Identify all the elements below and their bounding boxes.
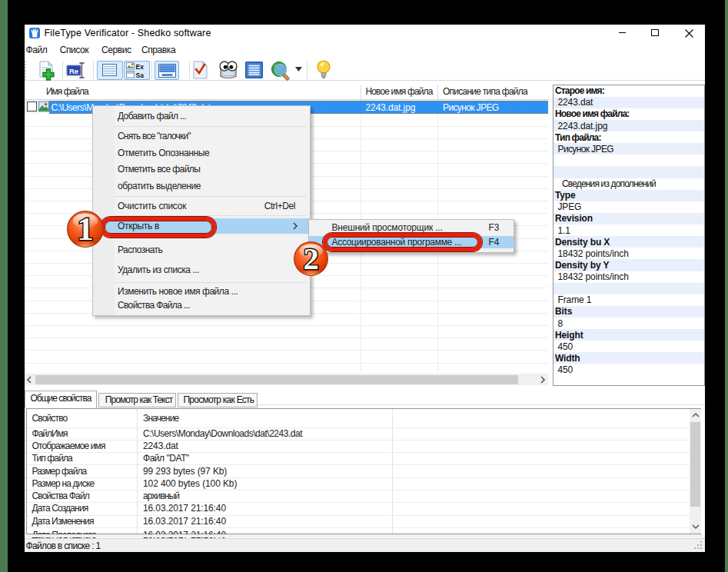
svg-text:Sa: Sa <box>136 72 145 78</box>
svg-text:Ex: Ex <box>136 63 145 71</box>
svg-text:Re: Re <box>69 67 78 75</box>
svg-text:1: 1 <box>77 211 94 247</box>
svg-text:2: 2 <box>303 241 318 276</box>
